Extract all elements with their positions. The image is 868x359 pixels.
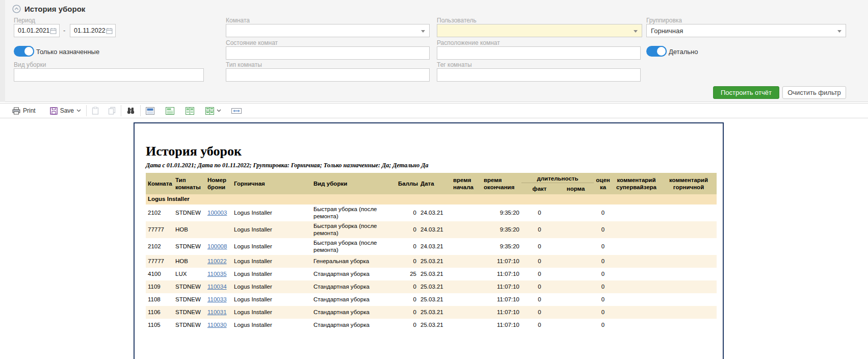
booking-link[interactable]: 100003 bbox=[207, 210, 227, 216]
date-to-input[interactable] bbox=[74, 27, 106, 34]
paste-button[interactable] bbox=[92, 107, 99, 115]
group-label: Logus Installer bbox=[146, 194, 717, 204]
cell-fact: 0 bbox=[521, 293, 558, 306]
cell-cleaning-type: Быстрая уборка (после ремонта) bbox=[311, 238, 396, 255]
booking-link[interactable]: 110034 bbox=[207, 284, 227, 290]
cell-time-end: 9:35:20 bbox=[482, 204, 521, 221]
save-icon bbox=[50, 107, 58, 115]
date-to-field[interactable] bbox=[70, 24, 116, 37]
cell-maid: Logus Installer bbox=[232, 306, 311, 319]
table-row: 2102STDNEW100003Logus InstallerБыстрая у… bbox=[146, 204, 717, 221]
cell-cleaning-type: Стандартная уборка bbox=[311, 306, 396, 319]
clear-filter-button[interactable]: Очистить фильтр bbox=[782, 86, 846, 99]
date-from-input[interactable] bbox=[18, 27, 49, 34]
cell-cleaning-type: Быстрая уборка (после ремонта) bbox=[311, 221, 396, 238]
cell-cleaning-type: Стандартная уборка bbox=[311, 268, 396, 280]
cell-room-type: STDNEW bbox=[173, 238, 205, 255]
view-single-page-button[interactable] bbox=[146, 107, 154, 115]
booking-link[interactable]: 110035 bbox=[207, 271, 227, 277]
cell-time-end: 11:07:10 bbox=[482, 293, 521, 306]
fit-width-button[interactable] bbox=[231, 107, 242, 115]
group-row: Logus Installer bbox=[146, 194, 717, 204]
cell-time-start bbox=[451, 238, 482, 255]
period-label: Период bbox=[14, 17, 35, 24]
view-continuous-button[interactable] bbox=[166, 107, 174, 115]
cell-booking: 110034 bbox=[205, 280, 232, 293]
detail-label: Детально bbox=[669, 48, 698, 56]
chevron-down-icon bbox=[421, 30, 425, 33]
date-range-dash: - bbox=[63, 27, 65, 34]
view-two-pages-button[interactable] bbox=[186, 107, 194, 115]
cell-maid: Logus Installer bbox=[232, 221, 311, 238]
col-header-points: Баллы bbox=[396, 173, 418, 194]
cell-rating: 0 bbox=[594, 238, 612, 255]
cell-time-end: 11:07:10 bbox=[482, 280, 521, 293]
cell-room-type: STDNEW bbox=[173, 306, 205, 319]
date-from-field[interactable] bbox=[14, 24, 60, 37]
only-assigned-toggle[interactable] bbox=[14, 46, 34, 57]
save-button[interactable]: Save bbox=[50, 107, 81, 115]
col-header-supervisor-comment: комментарий супервайзера bbox=[612, 173, 661, 194]
room-type-input[interactable] bbox=[226, 68, 430, 82]
cell-date: 25.03.21 bbox=[418, 293, 451, 306]
cell-points: 0 bbox=[396, 319, 418, 331]
report-title: История уборок bbox=[146, 144, 711, 159]
cell-supervisor-comment bbox=[612, 268, 661, 280]
copy-icon bbox=[108, 107, 116, 115]
room-location-label: Расположение комнат bbox=[437, 39, 500, 46]
binoculars-search-icon bbox=[126, 107, 135, 114]
cell-maid-comment bbox=[661, 204, 717, 221]
calendar-icon[interactable] bbox=[50, 28, 57, 34]
view-multi-pages-button[interactable] bbox=[205, 107, 221, 115]
cell-room-type: STDNEW bbox=[173, 319, 205, 331]
cell-room-type: LUX bbox=[173, 268, 205, 280]
booking-link[interactable]: 110030 bbox=[207, 322, 227, 328]
user-select[interactable] bbox=[437, 24, 642, 37]
report-subtitle: Дата с 01.01.2021; Дата по 01.11.2022; Г… bbox=[146, 162, 711, 169]
booking-link[interactable]: 110031 bbox=[207, 309, 227, 315]
room-type-label: Тип комнаты bbox=[226, 61, 262, 68]
cell-booking: 110033 bbox=[205, 293, 232, 306]
grouping-select[interactable]: Горничная bbox=[646, 24, 846, 37]
print-button[interactable]: Print bbox=[12, 107, 36, 115]
cell-time-start bbox=[451, 293, 482, 306]
room-state-input[interactable] bbox=[226, 46, 430, 60]
collapse-panel-icon[interactable] bbox=[12, 5, 21, 13]
cell-date: 25.03.21 bbox=[418, 306, 451, 319]
cell-rating: 0 bbox=[594, 204, 612, 221]
booking-link[interactable]: 110033 bbox=[207, 296, 227, 302]
col-header-room: Комната bbox=[146, 173, 173, 194]
room-tag-input[interactable] bbox=[437, 68, 641, 82]
booking-link[interactable]: 110022 bbox=[207, 258, 227, 264]
cell-maid: Logus Installer bbox=[232, 268, 311, 280]
build-report-button[interactable]: Построить отчёт bbox=[713, 86, 779, 99]
room-select[interactable] bbox=[226, 24, 430, 37]
col-header-booking: Номер брони bbox=[205, 173, 232, 194]
cell-maid-comment bbox=[661, 293, 717, 306]
cell-room: 2102 bbox=[146, 238, 173, 255]
detail-toggle[interactable] bbox=[646, 46, 667, 57]
grouping-value: Горничная bbox=[651, 27, 683, 35]
cell-supervisor-comment bbox=[612, 319, 661, 331]
cell-points: 0 bbox=[396, 204, 418, 221]
cell-date: 25.03.21 bbox=[418, 255, 451, 268]
room-state-label: Состояние комнат bbox=[226, 39, 278, 46]
cell-room-type: STDNEW bbox=[173, 280, 205, 293]
cell-room-type: HOB bbox=[173, 255, 205, 268]
copy-button[interactable] bbox=[108, 107, 116, 115]
cell-points: 25 bbox=[396, 268, 418, 280]
calendar-icon[interactable] bbox=[106, 28, 113, 34]
room-location-input[interactable] bbox=[437, 46, 641, 60]
report-page: История уборок Дата с 01.01.2021; Дата п… bbox=[134, 122, 724, 359]
cell-time-end: 11:07:10 bbox=[482, 268, 521, 280]
cleaning-type-input[interactable] bbox=[14, 68, 204, 82]
cell-time-start bbox=[451, 319, 482, 331]
cell-maid-comment bbox=[661, 319, 717, 331]
cell-maid-comment bbox=[661, 268, 717, 280]
booking-link[interactable]: 100008 bbox=[207, 243, 227, 249]
search-button[interactable] bbox=[126, 107, 135, 114]
user-label: Пользователь bbox=[437, 17, 477, 24]
table-row: 1109STDNEW110034Logus InstallerСтандартн… bbox=[146, 280, 717, 293]
cell-cleaning-type: Стандартная уборка bbox=[311, 280, 396, 293]
cell-booking: 110035 bbox=[205, 268, 232, 280]
